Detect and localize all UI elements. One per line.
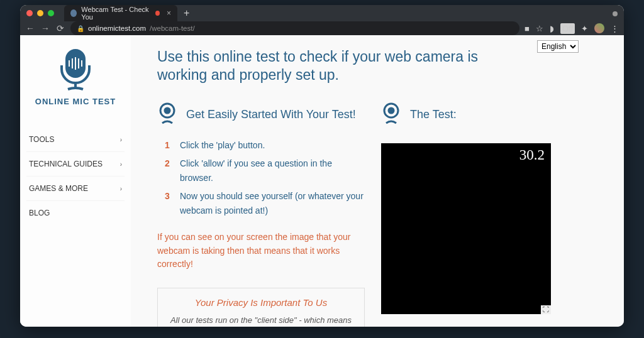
back-icon[interactable]: ← [25, 23, 35, 33]
privacy-body: All our tests run on the "client side" -… [169, 314, 353, 327]
account-icon[interactable] [613, 11, 618, 16]
window-close-button[interactable] [26, 10, 33, 16]
step-item: Click 'allow' if you see a question in t… [165, 156, 365, 185]
lock-icon: 🔒 [77, 25, 84, 32]
sidebar-item-blog[interactable]: BLOG [26, 200, 125, 225]
chevron-right-icon: › [120, 185, 122, 192]
step-item: Now you should see yourself (or whatever… [165, 189, 365, 218]
language-select[interactable]: English [537, 40, 579, 53]
test-column: The Test: 30.2 ⛶ [381, 102, 610, 327]
titlebar-right [613, 8, 618, 19]
profile-avatar[interactable] [594, 23, 604, 33]
steps-list: Click the 'play' button. Click 'allow' i… [165, 138, 365, 218]
recording-indicator-icon [155, 11, 160, 16]
started-heading: Get Easily Started With Your Test! [157, 102, 365, 128]
browser-tab[interactable]: Webcam Test - Check You × [64, 5, 177, 21]
step-item: Click the 'play' button. [165, 138, 365, 153]
fps-counter: 30.2 [519, 147, 545, 163]
bookmark-icon[interactable]: ☆ [536, 24, 543, 33]
url-path: /webcam-test/ [150, 25, 195, 32]
privacy-box: Your Privacy Is Important To Us All our … [157, 288, 365, 327]
extension-icons: ■ ☆ ◗ Off ✦ ⋮ [525, 23, 619, 34]
address-bar: ← → ⟳ 🔒 onlinemictest.com/webcam-test/ ■… [20, 21, 624, 35]
fullscreen-icon[interactable]: ⛶ [541, 305, 551, 314]
started-title: Get Easily Started With Your Test! [186, 108, 356, 121]
test-title: The Test: [410, 108, 457, 121]
window-minimize-button[interactable] [37, 10, 43, 16]
chevron-right-icon: › [120, 161, 122, 168]
sidebar-item-label: TOOLS [29, 135, 54, 144]
chevron-right-icon: › [120, 136, 122, 143]
success-note: If you can see on your screen the image … [157, 231, 365, 271]
sidebar-item-games-more[interactable]: GAMES & MORE › [26, 176, 125, 200]
new-tab-button[interactable]: + [184, 8, 189, 19]
page-heading: Use this online test to check if your we… [157, 48, 509, 84]
forward-icon[interactable]: → [40, 23, 50, 33]
sidebar-item-label: GAMES & MORE [29, 184, 88, 193]
site-logo[interactable]: ONLINE MIC TEST [26, 48, 125, 114]
instructions-column: Get Easily Started With Your Test! Click… [157, 102, 365, 327]
svg-point-7 [165, 108, 170, 113]
titlebar: Webcam Test - Check You × + [20, 5, 624, 21]
puzzle-icon[interactable]: ✦ [581, 24, 588, 33]
sidebar-item-technical-guides[interactable]: TECHNICAL GUIDES › [26, 151, 125, 176]
tab-title: Webcam Test - Check You [81, 6, 151, 21]
url-field[interactable]: 🔒 onlinemictest.com/webcam-test/ [70, 21, 519, 35]
logo-text: ONLINE MIC TEST [26, 97, 125, 106]
svg-point-9 [389, 108, 394, 113]
webcam-preview[interactable]: 30.2 ⛶ [381, 143, 551, 314]
window-controls [26, 10, 54, 16]
sidebar-item-tools[interactable]: TOOLS › [26, 128, 125, 151]
page-content: English [20, 35, 624, 327]
favicon-icon [70, 9, 77, 17]
window-maximize-button[interactable] [48, 10, 54, 16]
menu-icon[interactable]: ⋮ [611, 24, 619, 33]
browser-window: Webcam Test - Check You × + ← → ⟳ 🔒 onli… [20, 5, 624, 327]
tab-close-icon[interactable]: × [167, 9, 171, 18]
camera-indicator-icon[interactable]: ■ [525, 24, 530, 33]
extension-off-badge[interactable]: Off [560, 23, 575, 34]
url-host: onlinemictest.com [88, 25, 146, 32]
main-content: Use this online test to check if your we… [131, 35, 624, 327]
sidebar-item-label: BLOG [29, 209, 50, 217]
microphone-icon [52, 48, 99, 92]
sidebar-item-label: TECHNICAL GUIDES [29, 160, 103, 168]
webcam-icon [157, 102, 177, 128]
test-heading: The Test: [381, 102, 610, 128]
sidebar: ONLINE MIC TEST TOOLS › TECHNICAL GUIDES… [20, 35, 131, 327]
reload-icon[interactable]: ⟳ [55, 23, 65, 33]
sidebar-menu: TOOLS › TECHNICAL GUIDES › GAMES & MORE … [26, 128, 125, 225]
webcam-icon [381, 102, 401, 128]
extension-icon[interactable]: ◗ [550, 24, 554, 33]
privacy-title: Your Privacy Is Important To Us [169, 297, 353, 308]
